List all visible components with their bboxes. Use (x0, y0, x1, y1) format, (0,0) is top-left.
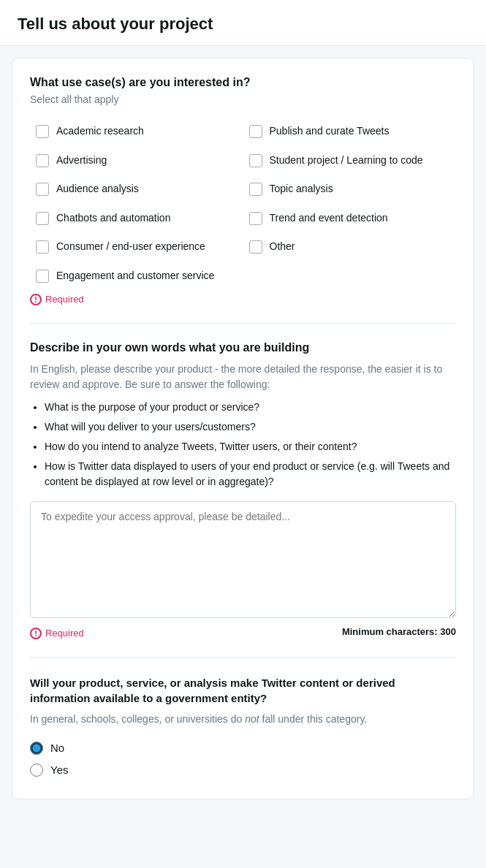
required-label: Required (45, 294, 84, 305)
checkbox-student-project[interactable]: Student project / Learning to code (243, 146, 457, 175)
checkbox-student-project-input[interactable] (249, 154, 262, 167)
checkbox-trend-label: Trend and event detection (270, 211, 388, 226)
gov-note: In general, schools, colleges, or univer… (30, 712, 456, 727)
main-card: What use case(s) are you interested in? … (12, 58, 474, 799)
radio-yes-label: Yes (50, 764, 68, 776)
describe-textarea[interactable] (30, 501, 456, 618)
min-chars: Minimum characters: 300 (342, 626, 456, 637)
page-title: Tell us about your project (18, 15, 468, 34)
checkbox-audience-analysis[interactable]: Audience analysis (30, 175, 243, 204)
checkbox-trend[interactable]: Trend and event detection (243, 204, 457, 233)
checkbox-academic-research[interactable]: Academic research (30, 117, 243, 146)
radio-yes-input[interactable] (30, 764, 43, 777)
page-header: Tell us about your project (0, 0, 486, 46)
checkbox-other-label: Other (270, 240, 295, 254)
describe-required-label: Required (45, 628, 84, 639)
divider-2 (30, 657, 456, 658)
checkbox-chatbots[interactable]: Chatbots and automation (30, 204, 243, 233)
checkbox-audience-analysis-input[interactable] (36, 183, 49, 196)
min-chars-value: 300 (440, 626, 456, 637)
checkbox-consumer-label: Consumer / end-user experience (56, 240, 205, 254)
checkbox-publish-input[interactable] (249, 125, 262, 138)
use-cases-instruction: Select all that apply (30, 94, 456, 105)
checkbox-academic-research-input[interactable] (36, 125, 49, 138)
radio-no[interactable]: No (30, 737, 456, 759)
required-icon: ! (30, 294, 42, 305)
checkbox-consumer-input[interactable] (36, 240, 49, 254)
checkbox-engagement[interactable]: Engagement and customer service (30, 262, 243, 291)
use-cases-required: ! Required (30, 294, 456, 305)
checkbox-advertising[interactable]: Advertising (30, 146, 243, 175)
checkbox-publish[interactable]: Publish and curate Tweets (243, 117, 457, 146)
gov-question: Will your product, service, or analysis … (30, 675, 456, 706)
gov-note-italic: not (245, 713, 259, 725)
checkbox-other[interactable]: Other (243, 232, 457, 262)
checkbox-audience-analysis-label: Audience analysis (56, 182, 139, 197)
checkboxes-left: Academic research Advertising Audience a… (30, 117, 243, 291)
checkboxes-grid: Academic research Advertising Audience a… (30, 117, 456, 291)
checkbox-academic-research-label: Academic research (56, 124, 144, 139)
describe-required: ! Required (30, 628, 84, 639)
checkbox-chatbots-input[interactable] (36, 212, 49, 225)
radio-yes[interactable]: Yes (30, 759, 456, 781)
textarea-footer: ! Required Minimum characters: 300 (30, 625, 456, 639)
checkbox-topic-analysis[interactable]: Topic analysis (243, 175, 457, 204)
checkbox-student-project-label: Student project / Learning to code (270, 153, 423, 168)
checkbox-publish-label: Publish and curate Tweets (270, 124, 390, 139)
checkbox-other-input[interactable] (249, 240, 262, 254)
describe-bullets: What is the purpose of your product or s… (45, 400, 456, 490)
checkbox-engagement-label: Engagement and customer service (56, 269, 214, 283)
checkbox-chatbots-label: Chatbots and automation (56, 211, 170, 226)
describe-title: Describe in your own words what you are … (30, 341, 456, 354)
checkbox-advertising-label: Advertising (56, 153, 107, 168)
checkbox-trend-input[interactable] (249, 212, 262, 225)
describe-required-icon: ! (30, 628, 42, 639)
checkbox-consumer[interactable]: Consumer / end-user experience (30, 232, 243, 262)
checkbox-topic-analysis-input[interactable] (249, 183, 262, 196)
use-cases-question: What use case(s) are you interested in? (30, 76, 456, 89)
bullet-4: How is Twitter data displayed to users o… (45, 459, 456, 490)
bullet-2: What will you deliver to your users/cust… (45, 419, 456, 435)
checkbox-topic-analysis-label: Topic analysis (270, 182, 333, 197)
checkboxes-right: Publish and curate Tweets Student projec… (243, 117, 457, 291)
bullet-3: How do you intend to analyze Tweets, Twi… (45, 439, 456, 454)
checkbox-advertising-input[interactable] (36, 154, 49, 167)
gov-section: Will your product, service, or analysis … (30, 675, 456, 781)
describe-section: Describe in your own words what you are … (30, 341, 456, 639)
radio-no-label: No (50, 742, 64, 754)
describe-intro: In English, please describe your product… (30, 362, 456, 392)
divider (30, 323, 456, 324)
use-cases-section: What use case(s) are you interested in? … (30, 76, 456, 305)
checkbox-engagement-input[interactable] (36, 270, 49, 283)
bullet-1: What is the purpose of your product or s… (45, 400, 456, 415)
radio-no-input[interactable] (30, 742, 43, 755)
min-chars-label: Minimum characters: (342, 626, 438, 637)
